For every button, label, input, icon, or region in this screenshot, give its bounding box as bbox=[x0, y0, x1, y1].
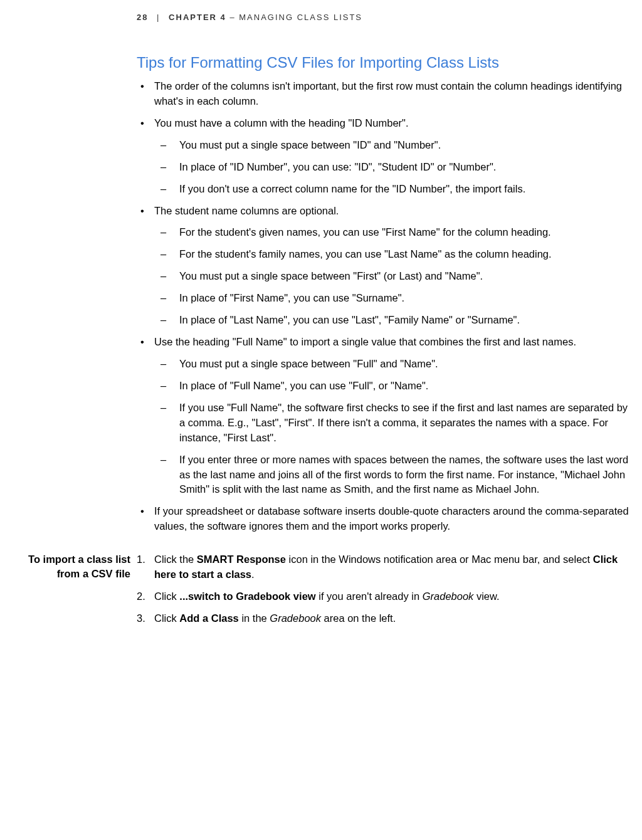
bullet-item: •You must have a column with the heading… bbox=[137, 116, 632, 131]
ordered-item: 2.Click ...switch to Gradebook view if y… bbox=[137, 589, 632, 604]
sub-list: –For the student's given names, you can … bbox=[137, 225, 632, 328]
chapter-label: CHAPTER 4 bbox=[169, 13, 226, 22]
section-title: Tips for Formatting CSV Files for Import… bbox=[137, 54, 632, 71]
dash-marker: – bbox=[158, 247, 179, 262]
bullet-item: •If your spreadsheet or database softwar… bbox=[137, 504, 632, 534]
bullet-marker: • bbox=[137, 504, 154, 534]
bullet-marker: • bbox=[137, 204, 154, 219]
ordered-item: 1.Click the SMART Response icon in the W… bbox=[137, 552, 632, 582]
dash-marker: – bbox=[158, 269, 179, 284]
dash-marker: – bbox=[158, 453, 179, 498]
sub-text: You must put a single space between "ID"… bbox=[179, 138, 632, 153]
sub-item: –If you use "Full Name", the software fi… bbox=[158, 401, 632, 446]
bullet-text: You must have a column with the heading … bbox=[154, 116, 632, 131]
sidebar-heading: To import a class list from a CSV file bbox=[6, 552, 130, 581]
dash-marker: – bbox=[158, 138, 179, 153]
sub-item: –For the student's family names, you can… bbox=[158, 247, 632, 262]
sub-text: In place of "First Name", you can use "S… bbox=[179, 291, 632, 306]
ordered-item: 3.Click Add a Class in the Gradebook are… bbox=[137, 611, 632, 626]
dash-marker: – bbox=[158, 357, 179, 372]
bullet-marker: • bbox=[137, 116, 154, 131]
bullet-item: •Use the heading "Full Name" to import a… bbox=[137, 335, 632, 350]
sub-item: –If you enter three or more names with s… bbox=[158, 453, 632, 498]
ordered-text: Click the SMART Response icon in the Win… bbox=[154, 552, 632, 582]
sub-text: You must put a single space between "Fir… bbox=[179, 269, 632, 284]
dash-marker: – bbox=[158, 401, 179, 446]
ordered-section: 1.Click the SMART Response icon in the W… bbox=[137, 552, 632, 633]
sub-text: For the student's family names, you can … bbox=[179, 247, 632, 262]
ordered-text: Click ...switch to Gradebook view if you… bbox=[154, 589, 632, 604]
bullets-container: •The order of the columns isn't importan… bbox=[137, 79, 632, 534]
dash-marker: – bbox=[158, 291, 179, 306]
sub-text: For the student's given names, you can u… bbox=[179, 225, 632, 240]
sub-list: –You must put a single space between "ID… bbox=[137, 138, 632, 197]
dash-marker: – bbox=[158, 225, 179, 240]
sub-item: –In place of "ID Number", you can use: "… bbox=[158, 160, 632, 175]
bullet-marker: • bbox=[137, 79, 154, 109]
sub-item: –In place of "Full Name", you can use "F… bbox=[158, 379, 632, 394]
ordered-number: 3. bbox=[137, 611, 154, 626]
chapter-title: MANAGING CLASS LISTS bbox=[239, 13, 362, 22]
sub-text: If you don't use a correct column name f… bbox=[179, 182, 632, 197]
chapter-separator: – bbox=[229, 13, 239, 22]
page-header: 28 | CHAPTER 4 – MANAGING CLASS LISTS bbox=[137, 13, 362, 22]
ordered-text: Click Add a Class in the Gradebook area … bbox=[154, 611, 632, 626]
main-content: Tips for Formatting CSV Files for Import… bbox=[137, 54, 632, 541]
header-divider: | bbox=[157, 13, 160, 22]
sub-text: You must put a single space between "Ful… bbox=[179, 357, 632, 372]
bullet-text: The order of the columns isn't important… bbox=[154, 79, 632, 109]
sub-text: If you enter three or more names with sp… bbox=[179, 453, 632, 498]
sub-item: –You must put a single space between "Fu… bbox=[158, 357, 632, 372]
sub-item: –In place of "First Name", you can use "… bbox=[158, 291, 632, 306]
bullet-marker: • bbox=[137, 335, 154, 350]
page-number: 28 bbox=[137, 13, 148, 22]
bullet-text: Use the heading "Full Name" to import a … bbox=[154, 335, 632, 350]
sub-item: –In place of "Last Name", you can use "L… bbox=[158, 313, 632, 328]
bullet-text: If your spreadsheet or database software… bbox=[154, 504, 632, 534]
bullet-text: The student name columns are optional. bbox=[154, 204, 632, 219]
bullet-item: •The order of the columns isn't importan… bbox=[137, 79, 632, 109]
sub-list: –You must put a single space between "Fu… bbox=[137, 357, 632, 497]
sub-item: –You must put a single space between "Fi… bbox=[158, 269, 632, 284]
bullet-item: •The student name columns are optional. bbox=[137, 204, 632, 219]
sub-text: In place of "Last Name", you can use "La… bbox=[179, 313, 632, 328]
sub-item: –You must put a single space between "ID… bbox=[158, 138, 632, 153]
dash-marker: – bbox=[158, 182, 179, 197]
sub-item: –If you don't use a correct column name … bbox=[158, 182, 632, 197]
sub-text: In place of "ID Number", you can use: "I… bbox=[179, 160, 632, 175]
sub-text: In place of "Full Name", you can use "Fu… bbox=[179, 379, 632, 394]
dash-marker: – bbox=[158, 160, 179, 175]
sub-item: –For the student's given names, you can … bbox=[158, 225, 632, 240]
ordered-number: 1. bbox=[137, 552, 154, 582]
dash-marker: – bbox=[158, 313, 179, 328]
dash-marker: – bbox=[158, 379, 179, 394]
ordered-number: 2. bbox=[137, 589, 154, 604]
sub-text: If you use "Full Name", the software fir… bbox=[179, 401, 632, 446]
